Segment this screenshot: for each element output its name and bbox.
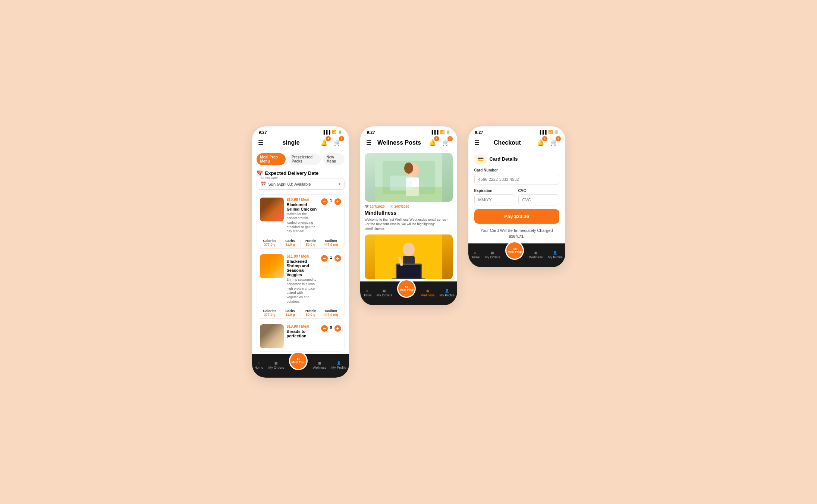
nutrient-protein-1: Protein 50.0 g <box>301 309 321 316</box>
profile-icon-3: 👤 <box>553 251 557 255</box>
qty-minus-2[interactable]: − <box>321 325 328 332</box>
hamburger-icon-3[interactable]: ☰ <box>474 139 480 146</box>
svg-point-8 <box>403 243 415 256</box>
qty-minus-0[interactable]: − <box>321 198 328 205</box>
top-nav-2: ☰ Wellness Posts 🔔 2 🛒 3 <box>360 136 457 151</box>
date-value: Sun (April 03) Available <box>268 182 311 186</box>
meal-desc-1: Shrimp seasoned to perfection is a lean … <box>287 278 318 304</box>
phone1-content: 📅 Expected Delivery Date Select Date 📅 S… <box>252 168 349 354</box>
hamburger-icon-2[interactable]: ☰ <box>366 139 371 146</box>
page-title-1: single <box>282 139 299 146</box>
svg-point-4 <box>404 163 413 174</box>
cart-badge-1: 3 <box>339 136 344 141</box>
battery-icon-3: 🔋 <box>554 130 559 134</box>
pay-button[interactable]: Pay $33.36 <box>474 209 559 224</box>
date-label: Select Date <box>260 176 279 180</box>
meal-price-1: $11.99 / Meal <box>287 254 318 258</box>
bell-wrap-1[interactable]: 🔔 2 <box>319 138 329 148</box>
meal-name-1: Blackened Shrimp and Seasonal Veggies <box>287 259 318 277</box>
tab-bar-3: ⌂ Home ▦ My Orders AllMeal Prep ▦ Wellne… <box>468 243 565 267</box>
tab-orders-2[interactable]: ▦ My Orders <box>377 289 392 297</box>
qty-plus-1[interactable]: + <box>334 255 341 262</box>
meta-date-1: 📅 10/7/2020 <box>365 205 385 208</box>
status-icons-2: ▐▐▐ 📶 🔋 <box>430 130 450 134</box>
cart-wrap-2[interactable]: 🛒 3 <box>441 138 451 148</box>
tab-logo-3[interactable]: AllMeal Prep <box>505 246 524 264</box>
tab-new-menu[interactable]: New Menu <box>323 153 345 165</box>
phone2-content: 📅 10/7/2020 🕐 10/7/2020 Mindfullness Wel… <box>360 151 457 281</box>
signal-icon-2: ▐▐▐ <box>430 130 438 134</box>
nutrient-calories-1: Calories 377.0 g <box>260 309 280 316</box>
tab-wellness-2[interactable]: ▦ Wellness <box>421 289 434 297</box>
card-icon: 💳 <box>477 156 484 162</box>
cvc-label: CVC <box>518 189 559 193</box>
wellness-post-img-2 <box>365 234 453 279</box>
hamburger-icon-1[interactable]: ☰ <box>258 139 263 146</box>
charge-notice: Your Card Will Be Immediately Charged $1… <box>474 227 559 240</box>
tab-home-3[interactable]: ⌂ Home <box>471 251 480 259</box>
qty-num-2: 0 <box>329 325 333 330</box>
page-title-2: Wellness Posts <box>377 139 421 146</box>
calendar-small-icon: 📅 <box>261 182 266 187</box>
card-number-input[interactable] <box>474 174 559 185</box>
tab-logo-2[interactable]: AllMeal Prep <box>397 284 416 302</box>
tab-wellness-3[interactable]: ▦ Wellness <box>529 251 543 259</box>
tab-logo-1[interactable]: AllMeal Prep <box>289 356 308 375</box>
tab-bar-1: ⌂ Home ▦ My Orders AllMeal Prep ▦ Wellne… <box>252 354 349 378</box>
wellness-icon-2: ▦ <box>426 289 430 293</box>
date-select[interactable]: Select Date 📅 Sun (April 03) Available ▾ <box>257 179 345 190</box>
meal-card-top-2: $10.99 / Meal Breads to perfection − 0 + <box>257 321 344 351</box>
bell-wrap-3[interactable]: 🔔 2 <box>535 138 546 148</box>
status-bar-3: 9:27 ▐▐▐ 📶 🔋 <box>468 126 565 136</box>
tab-home-1[interactable]: ⌂ Home <box>254 361 263 369</box>
signal-icon: ▐▐▐ <box>322 130 330 134</box>
cart-wrap-1[interactable]: 🛒 3 <box>332 138 343 148</box>
bell-wrap-2[interactable]: 🔔 2 <box>427 138 438 148</box>
card-details-title: Card Details <box>490 156 518 162</box>
qty-num-0: 1 <box>329 198 333 203</box>
tab-profile-3[interactable]: 👤 My Profile <box>548 251 563 259</box>
nutrient-calories-0: Calories 377.0 g <box>260 239 280 246</box>
meal-img-0 <box>260 198 284 221</box>
tab-orders-3[interactable]: ▦ My Orders <box>485 251 500 259</box>
cvc-input[interactable] <box>518 194 559 205</box>
top-nav-1: ☰ single 🔔 2 🛒 3 <box>252 136 349 151</box>
tab-preselected[interactable]: Preselected Packs <box>288 153 321 165</box>
nutrient-sodium-0: Sodium 447.0 mg <box>321 239 341 246</box>
qty-plus-0[interactable]: + <box>334 198 341 205</box>
bell-badge-2: 2 <box>434 136 439 141</box>
qty-num-1: 1 <box>329 255 333 259</box>
tab-orders-1[interactable]: ▦ My Orders <box>268 361 284 369</box>
meal-img-1 <box>260 254 284 278</box>
qty-plus-2[interactable]: + <box>334 325 341 332</box>
tab-wellness-1[interactable]: ▦ Wellness <box>313 361 326 369</box>
nav-icons-2: 🔔 2 🛒 3 <box>427 138 451 148</box>
meal-name-0: Blackened Grilled Chicken <box>287 202 318 211</box>
meal-qty-0: − 1 + <box>321 198 341 234</box>
tab-meal-prep[interactable]: Meal Prep Menu <box>257 153 286 165</box>
orders-icon-2: ▦ <box>383 289 386 293</box>
tab-home-2[interactable]: ⌂ Home <box>362 289 371 297</box>
meal-card-0: $10.99 / Meal Blackened Grilled Chicken … <box>257 194 345 249</box>
expiry-input[interactable] <box>474 194 515 205</box>
tab-profile-2[interactable]: 👤 My Profile <box>440 289 455 297</box>
calendar-delivery-icon: 📅 <box>257 170 263 176</box>
cart-wrap-3[interactable]: 🛒 3 <box>549 138 559 148</box>
phone-wellness: 9:27 ▐▐▐ 📶 🔋 ☰ Wellness Posts 🔔 2 🛒 3 <box>360 126 457 305</box>
cart-badge-3: 3 <box>556 136 561 141</box>
meal-qty-1: − 1 + <box>321 254 341 304</box>
nav-icons-1: 🔔 2 🛒 3 <box>319 138 343 148</box>
tab-profile-1[interactable]: 👤 My Profile <box>331 361 346 369</box>
expiry-label: Expiration <box>474 189 515 193</box>
meal-qty-2: − 0 + <box>321 324 341 348</box>
qty-minus-1[interactable]: − <box>321 255 328 262</box>
meal-card-1: $11.99 / Meal Blackened Shrimp and Seaso… <box>257 251 345 319</box>
meal-nutrients-0: Calories 377.0 g Carbs 31.0 g Protein 50… <box>257 237 344 248</box>
phone3-content: 💳 Card Details Card Number Expiration <box>468 151 565 243</box>
wellness-meta-1: 📅 10/7/2020 🕐 10/7/2020 <box>365 205 453 208</box>
card-number-group: Card Number <box>474 168 559 185</box>
wellness-post-title-1: Mindfullness <box>365 210 453 216</box>
profile-icon-2: 👤 <box>445 289 449 293</box>
meal-card-top-1: $11.99 / Meal Blackened Shrimp and Seaso… <box>257 251 344 307</box>
bell-badge-1: 2 <box>326 136 331 141</box>
